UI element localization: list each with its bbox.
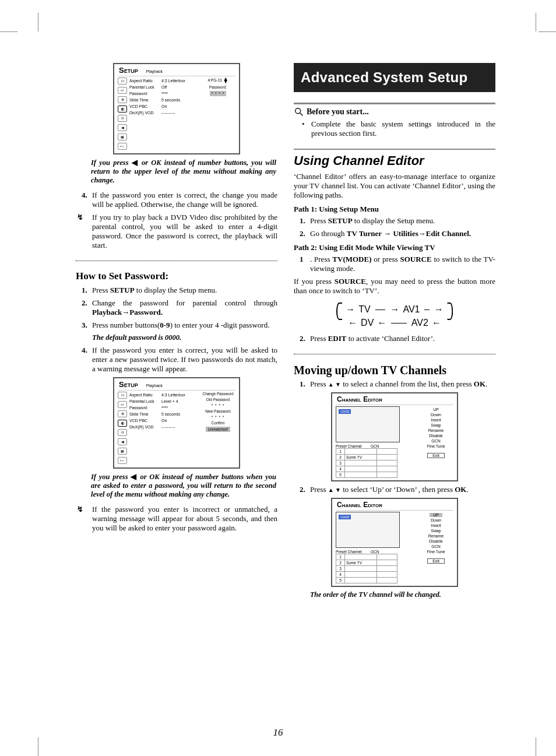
before-you-start: Before you start...: [307, 107, 369, 117]
channel-editor-panel-1: Channel Editor CH02 Preset ChannelGCN 1 …: [331, 392, 458, 481]
svg-point-0: [295, 108, 301, 114]
list-item: 2. Change the password for parental cont…: [92, 298, 277, 317]
moving-channels-heading: Moving up/down TV Channels: [294, 364, 495, 377]
section-using-channel-editor: Using Channel Editor: [294, 153, 495, 168]
note-return-upper: If you press ◀ or OK instead of number b…: [76, 158, 277, 185]
list-item: 1. Press ▲ ▼ to select a channel from th…: [310, 379, 495, 389]
list-item: 2. Press EDIT to activate ‘Channel Edito…: [310, 334, 495, 343]
before-bullet: •Complete the basic system settings intr…: [294, 119, 495, 138]
list-item: 3. Press number buttons(0-9) to enter yo…: [92, 321, 277, 330]
ce-options: UP Down Insert Swap Rename Disable GCN F…: [418, 406, 453, 478]
svg-line-1: [300, 113, 303, 116]
setup-right-col: 4:PG-13▲▼ Password: * * * *: [200, 78, 235, 150]
thick-rule: [294, 103, 495, 104]
tip-incorrect-password: ↯ If the password you enter is incorrect…: [76, 505, 277, 533]
ce-preview: CH02: [336, 406, 400, 442]
setup-panel-2: Setup Playback ⊡▭⚙ ◐⟳◀ ▦•☼ Aspect Ratio4…: [113, 377, 240, 469]
source-press-note: If you press SOURCE, you may need to pre…: [294, 277, 495, 296]
path1-heading: Path 1: Using Setup Menu: [294, 205, 495, 214]
ce-table: 1 2Some TV 3 4 5: [336, 448, 397, 478]
setup-subtitle: Playback: [146, 69, 163, 73]
note-icon: ↯: [77, 505, 83, 514]
order-changed-note: The order of the TV channel will be chan…: [294, 590, 495, 599]
source-cycle-diagram: → TV → AV1 → ← DV ← AV2 ←: [336, 299, 453, 328]
channel-editor-panel-2: Channel Editor CH02 Preset ChannelGCN 1 …: [331, 498, 458, 587]
list-item: 1 . Press TV(MODE) or press SOURCE to sw…: [310, 255, 495, 273]
default-password-note: The default password is 0000.: [76, 333, 277, 342]
banner-title: Advanced System Setup: [294, 63, 495, 92]
list-item: 1. Press SETUP to display the Setup menu…: [92, 286, 277, 295]
tip-parental-playback: ↯ If you try to play back a DVD Video di…: [76, 213, 277, 250]
note-icon: ↯: [77, 213, 83, 222]
menu-rows: Aspect Ratio4:3 Letterbox Parental LockO…: [129, 78, 198, 150]
page-number: 16: [0, 727, 556, 739]
ce-intro: ‘Channel Editor’ offers an easy-to-manag…: [294, 172, 495, 200]
medium-rule: [294, 149, 495, 150]
dotted-divider: [76, 261, 277, 261]
list-item: 2. Press ▲ ▼ to select ‘Up’ or ‘Down’ , …: [310, 485, 495, 494]
list-item: 1. Press SETUP to display the Setup menu…: [310, 216, 495, 226]
list-item: 4. If the password you enter is correct,…: [92, 191, 277, 209]
list-item: 4. If the password you enter is correct,…: [92, 346, 277, 374]
note-return-second: If you press ◀ or OK instead of number b…: [76, 472, 277, 499]
icon-row: ⊡: [118, 78, 127, 85]
howto-heading: How to Set Password:: [76, 270, 277, 282]
setup-title: Setup: [119, 66, 138, 75]
list-item: 2. Go through TV Turner → Utilities→Edit…: [310, 229, 495, 238]
magnifier-icon: [294, 107, 304, 117]
side-icons: ⊡ ▭ ⚙ ◐ ⟳ ◀ ▦ •☼: [118, 78, 127, 150]
path2-heading: Path 2: Using Edit Mode While Viewing TV: [294, 243, 495, 252]
setup-panel-1: Setup Playback ⊡ ▭ ⚙ ◐ ⟳ ◀ ▦ •☼: [113, 63, 240, 154]
